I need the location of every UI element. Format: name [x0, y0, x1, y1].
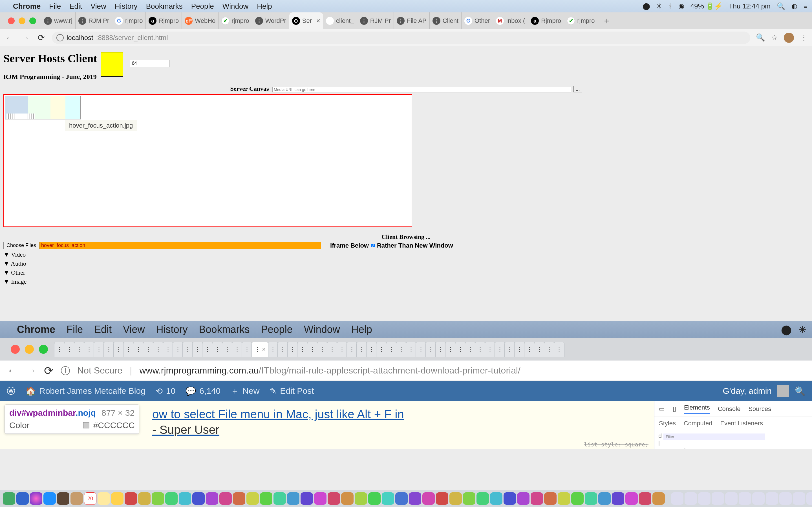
browser-tab[interactable]: ⋮: [465, 342, 476, 357]
browser-tab[interactable]: ⋮: [524, 342, 535, 357]
server-canvas[interactable]: hover_focus_action.jpg: [3, 94, 412, 227]
dock-app-icon[interactable]: [233, 492, 245, 505]
dock-app-icon[interactable]: [16, 492, 29, 505]
choose-files-button[interactable]: Choose Files: [3, 242, 39, 249]
disclosure-audio[interactable]: Audio: [3, 260, 809, 267]
media-url-input[interactable]: [272, 87, 571, 93]
tab-close-icon[interactable]: ×: [316, 17, 320, 25]
browser-tab[interactable]: ⋮: [554, 342, 564, 357]
browser-tab[interactable]: ⋮: [267, 342, 278, 357]
wordpress-icon[interactable]: ⓦ: [7, 385, 15, 397]
browser-tab[interactable]: ⋮: [133, 342, 144, 357]
browser-tab[interactable]: ⋮: [242, 342, 252, 357]
wp-edit-post[interactable]: ✎ Edit Post: [269, 386, 314, 396]
reload-button[interactable]: ⟳: [36, 33, 46, 43]
browser-tab[interactable]: ⋮: [396, 342, 407, 357]
dock-minimized-window[interactable]: [752, 492, 765, 505]
site-info-icon[interactable]: i: [61, 366, 70, 375]
tab-10[interactable]: ⋮File AP: [394, 12, 430, 29]
menu-history[interactable]: History: [156, 324, 188, 335]
wp-avatar[interactable]: [777, 385, 789, 397]
browser-tab[interactable]: ⋮: [64, 342, 75, 357]
browser-tab[interactable]: ⋮: [356, 342, 367, 357]
browser-tab[interactable]: ⋮: [455, 342, 466, 357]
dock-app-icon[interactable]: [206, 492, 218, 505]
wp-site-name[interactable]: 🏠 Robert James Metcalfe Blog: [26, 386, 146, 396]
browser-tab[interactable]: ⋮: [445, 342, 456, 357]
browser-tab[interactable]: ⋮: [297, 342, 308, 357]
dock-app-icon[interactable]: [327, 492, 340, 505]
browser-tab[interactable]: ⋮: [307, 342, 318, 357]
forward-button[interactable]: →: [20, 33, 31, 43]
dock-app-icon[interactable]: [152, 492, 164, 505]
tab-4[interactable]: cPWebHo: [182, 12, 218, 29]
browser-tab[interactable]: ⋮: [202, 342, 213, 357]
menuextra-icon[interactable]: ⬤: [643, 2, 650, 10]
active-app[interactable]: Chrome: [13, 2, 41, 11]
zoom-window[interactable]: [39, 345, 48, 354]
dock-app-icon[interactable]: [260, 492, 272, 505]
menu-people[interactable]: People: [261, 324, 293, 335]
profile-avatar[interactable]: [784, 33, 794, 43]
browser-tab[interactable]: ⋮: [485, 342, 495, 357]
dock-app-icon[interactable]: [598, 492, 611, 505]
selected-file-bar[interactable]: hover_focus_action: [39, 242, 321, 249]
url-inner[interactable]: www.rjmprogramming.com.au/ITblog/mail-ru…: [139, 365, 520, 376]
browser-tab[interactable]: ⋮: [222, 342, 233, 357]
dock-app-icon[interactable]: [111, 492, 123, 505]
dock-minimized-window[interactable]: [766, 492, 778, 505]
dock-app-icon[interactable]: [571, 492, 583, 505]
dock-app-icon[interactable]: [3, 492, 15, 505]
tab-11[interactable]: ⋮Client: [430, 12, 462, 29]
tab-3[interactable]: aRjmpro: [146, 12, 182, 29]
dock-app-icon[interactable]: [639, 492, 651, 505]
disclosure-other[interactable]: Other: [3, 269, 809, 276]
dock-app-icon[interactable]: [273, 492, 286, 505]
browser-tab[interactable]: ⋮: [277, 342, 288, 357]
dock-app-icon[interactable]: [652, 492, 665, 505]
browser-tab[interactable]: ⋮: [192, 342, 203, 357]
dock-minimized-window[interactable]: [712, 492, 724, 505]
dock-app-icon[interactable]: [449, 492, 462, 505]
site-info-icon[interactable]: i: [56, 34, 64, 41]
antivirus-icon[interactable]: ✳: [799, 324, 806, 335]
browser-tab[interactable]: ⋮: [143, 342, 154, 357]
browser-tab[interactable]: ⋮: [317, 342, 327, 357]
menu-file[interactable]: File: [66, 324, 83, 335]
browser-tab[interactable]: ⋮: [153, 342, 163, 357]
browser-tab[interactable]: ⋮: [123, 342, 134, 357]
dock-minimized-window[interactable]: [725, 492, 738, 505]
browser-tab[interactable]: ⋮: [287, 342, 298, 357]
tab-14[interactable]: aRjmpro: [528, 12, 564, 29]
dock-app-icon[interactable]: [246, 492, 259, 505]
iframe-below-checkbox[interactable]: [371, 244, 375, 247]
browser-tab[interactable]: ⋮: [337, 342, 347, 357]
browser-tab[interactable]: ⋮: [475, 342, 486, 357]
zoom-window[interactable]: [29, 17, 36, 24]
tab-8[interactable]: client_: [323, 12, 357, 29]
dock-minimized-window[interactable]: [671, 492, 683, 505]
wp-greeting[interactable]: G'day, admin: [723, 386, 772, 396]
close-window[interactable]: [11, 345, 20, 354]
browser-tab[interactable]: ⋮: [347, 342, 357, 357]
dock-app-icon[interactable]: [382, 492, 394, 505]
siri-icon[interactable]: ◐: [792, 2, 797, 10]
dock-app-icon[interactable]: [436, 492, 448, 505]
styles-filter-input[interactable]: [663, 434, 765, 440]
ellipsis-button[interactable]: ...: [573, 86, 581, 93]
new-tab-button[interactable]: +: [601, 15, 613, 26]
disclosure-image[interactable]: Image: [3, 278, 809, 285]
dock-app-icon[interactable]: [70, 492, 83, 505]
menu-file[interactable]: File: [49, 2, 61, 11]
browser-tab[interactable]: ⋮: [416, 342, 426, 357]
menu-help[interactable]: Help: [257, 2, 272, 11]
dock-app-icon[interactable]: [612, 492, 624, 505]
dock-minimized-window[interactable]: [698, 492, 711, 505]
browser-tab[interactable]: ⋮: [534, 342, 545, 357]
devtools-inspect-icon[interactable]: ▭: [659, 405, 665, 413]
menu-view[interactable]: View: [123, 324, 145, 335]
menu-view[interactable]: View: [91, 2, 106, 11]
browser-tab-active[interactable]: ⋮: [252, 342, 268, 357]
dock-app-icon[interactable]: [124, 492, 137, 505]
dock-app-icon[interactable]: [98, 492, 110, 505]
